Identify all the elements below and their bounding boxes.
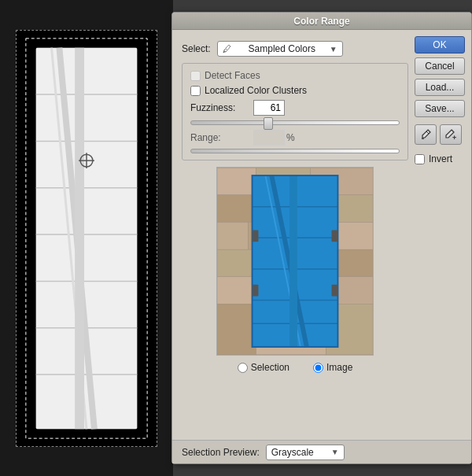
svg-rect-49: [253, 230, 259, 242]
range-label: Range:: [190, 132, 253, 143]
selection-preview-arrow: ▼: [331, 448, 339, 456]
localized-label: Localized Color Clusters: [205, 85, 307, 96]
fuzziness-slider-thumb[interactable]: [264, 117, 273, 130]
select-row: Select: 🖊 Sampled Colors ▼: [182, 41, 408, 57]
image-canvas: [16, 30, 157, 447]
fuzziness-input[interactable]: 61: [253, 100, 285, 116]
svg-rect-21: [217, 168, 256, 195]
svg-rect-50: [253, 285, 259, 297]
selection-preview-label: Selection Preview:: [182, 447, 260, 458]
svg-rect-51: [332, 230, 338, 242]
selection-radio-option[interactable]: Selection: [238, 362, 289, 373]
svg-rect-27: [217, 223, 249, 250]
left-panel: [0, 0, 173, 476]
selection-radio-label: Selection: [251, 362, 289, 373]
select-dropdown-value: Sampled Colors: [249, 43, 315, 54]
svg-rect-12: [36, 47, 138, 429]
select-label: Select:: [182, 43, 211, 54]
selection-preview-row: Selection Preview: Grayscale ▼: [172, 440, 471, 463]
detect-faces-label: Detect Faces: [205, 70, 260, 81]
preview-image: [216, 167, 374, 356]
color-range-dialog: Color Range OK Cancel Load... Save... +: [171, 12, 472, 464]
svg-rect-36: [217, 304, 256, 354]
selection-preview-value: Grayscale: [271, 447, 314, 458]
fuzziness-row: Fuzziness: 61: [190, 100, 400, 116]
range-row: Range: %: [190, 130, 400, 146]
range-slider-track: [190, 149, 400, 153]
range-percent: %: [286, 132, 295, 143]
localized-checkbox[interactable]: [190, 86, 201, 96]
select-dropdown-arrow: ▼: [330, 45, 337, 54]
detect-faces-checkbox[interactable]: [190, 71, 201, 81]
dialog-title: Color Range: [293, 16, 349, 27]
localized-row: Localized Color Clusters: [190, 85, 400, 96]
radio-row: Selection Image: [182, 362, 408, 373]
svg-rect-47: [289, 175, 297, 347]
image-radio-option[interactable]: Image: [313, 362, 352, 373]
selection-preview-dropdown[interactable]: Grayscale ▼: [266, 445, 345, 460]
detect-faces-row: Detect Faces: [190, 70, 400, 81]
dialog-main-content: Select: 🖊 Sampled Colors ▼ Detect Faces …: [172, 30, 471, 381]
fuzziness-slider-track[interactable]: [190, 120, 400, 125]
fuzziness-label: Fuzziness:: [190, 102, 253, 113]
image-radio-label: Image: [326, 362, 352, 373]
fuzziness-slider-container: [190, 120, 400, 125]
title-bar: Color Range: [172, 13, 471, 30]
range-input: [253, 130, 285, 146]
select-dropdown[interactable]: 🖊 Sampled Colors ▼: [217, 41, 343, 57]
selection-radio[interactable]: [238, 363, 248, 373]
svg-rect-52: [332, 285, 338, 297]
image-radio[interactable]: [313, 363, 323, 373]
options-section: Detect Faces Localized Color Clusters Fu…: [182, 63, 408, 161]
